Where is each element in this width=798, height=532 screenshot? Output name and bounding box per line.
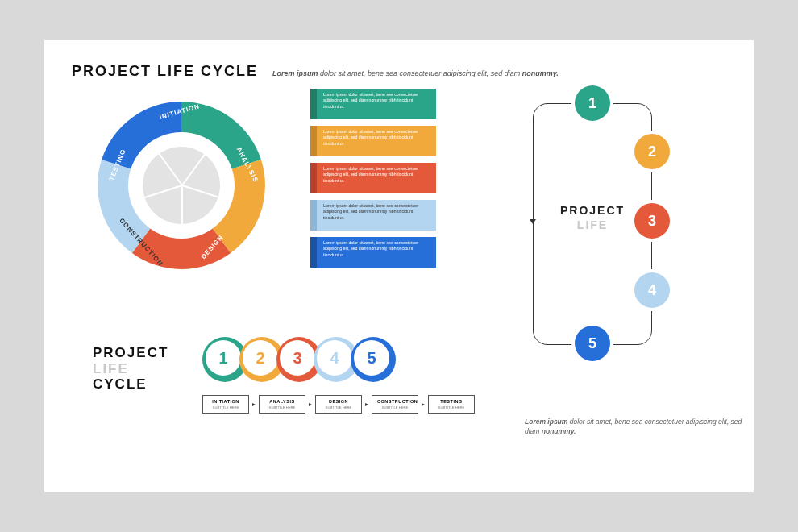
main-title: PROJECT LIFE CYCLE xyxy=(72,63,258,80)
step-box-3: DESIGNSUBTITLE HERE xyxy=(315,395,362,414)
flow-node-3: 3 xyxy=(634,203,670,239)
wheel-hub xyxy=(143,147,220,224)
info-box-3: Lorem ipsum dolor sit amet, bene see con… xyxy=(310,163,436,193)
step-box-1: INITIATIONSUBTITLE HERE xyxy=(202,395,249,414)
arrow-sep-icon: ▸ xyxy=(365,401,368,408)
step-boxes: INITIATIONSUBTITLE HERE ▸ ANALYSISSUBTIT… xyxy=(202,395,475,414)
dot-5: 5 xyxy=(351,337,396,382)
dots-row: 1 2 3 4 5 xyxy=(202,337,396,382)
flow-footer: Lorem ipsum dolor sit amet, bene sea con… xyxy=(525,417,742,438)
step-box-4: CONSTRUCTIONSUBTITLE HERE xyxy=(372,395,418,414)
info-boxes: Lorem ipsum dolor sit amet, bene see con… xyxy=(310,89,436,268)
info-box-4: Lorem ipsum dolor sit amet, bene see con… xyxy=(310,200,436,231)
flow-node-4: 4 xyxy=(634,272,670,308)
step-box-2: ANALYSISSUBTITLE HERE xyxy=(259,395,305,414)
step-box-5: TESTINGSUBTITLE HERE xyxy=(428,395,475,414)
info-box-2: Lorem ipsum dolor sit amet, bene see con… xyxy=(310,126,436,156)
infographic-canvas: PROJECT LIFE CYCLE Lorem ipsum dolor sit… xyxy=(44,40,754,492)
arrowhead-left-icon xyxy=(530,219,536,224)
flow-title: PROJECT LIFE xyxy=(539,203,646,232)
cycle-wheel: INITIATION ANALYSIS DESIGN CONSTRUCTION … xyxy=(93,97,270,274)
arrow-sep-icon: ▸ xyxy=(422,401,425,408)
header: PROJECT LIFE CYCLE Lorem ipsum dolor sit… xyxy=(72,63,726,80)
main-subtitle: Lorem ipsum dolor sit amet, bene sea con… xyxy=(272,69,559,77)
flow-node-1: 1 xyxy=(575,85,610,121)
flow-diagram: PROJECT LIFE 1 2 3 4 5 Lorem ipsum dolor… xyxy=(496,82,721,364)
info-box-5: Lorem ipsum dolor sit amet, bene see con… xyxy=(310,237,436,268)
secondary-title: PROJECT LIFE CYCLE xyxy=(93,345,168,393)
arrow-sep-icon: ▸ xyxy=(252,401,256,408)
info-box-1: Lorem ipsum dolor sit amet, bene see con… xyxy=(310,89,436,119)
flow-node-5: 5 xyxy=(575,326,610,361)
arrow-sep-icon: ▸ xyxy=(309,401,312,408)
flow-node-2: 2 xyxy=(634,134,670,169)
